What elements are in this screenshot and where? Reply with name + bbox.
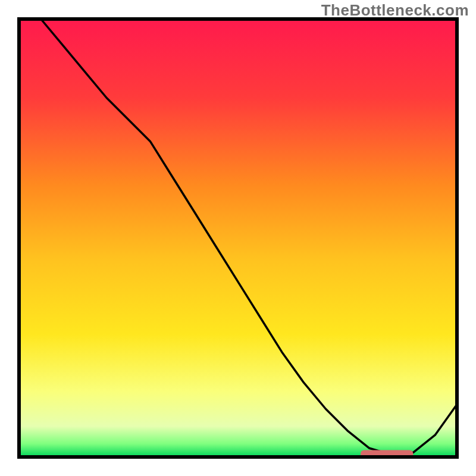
heat-background	[19, 19, 457, 457]
watermark-text: TheBottleneck.com	[321, 1, 469, 20]
bottleneck-chart	[0, 0, 476, 476]
chart-stage: TheBottleneck.com	[0, 0, 476, 476]
